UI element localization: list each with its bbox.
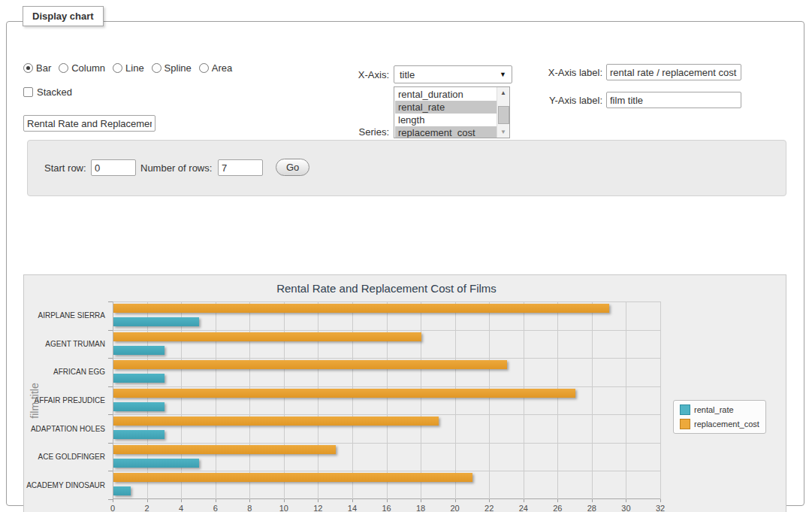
- go-button[interactable]: Go: [276, 159, 309, 176]
- scrollbar-thumb[interactable]: [498, 106, 509, 124]
- chart-type-radio-bar[interactable]: [23, 63, 33, 73]
- x-axis-label-input[interactable]: [606, 64, 741, 80]
- x-axis-tick-label: 18: [416, 504, 425, 512]
- number-of-rows-input[interactable]: [218, 159, 263, 176]
- chart-type-label: Bar: [36, 62, 51, 74]
- x-axis-tick-label: 10: [279, 504, 288, 512]
- chart-title: Rental Rate and Replacement Cost of Film…: [113, 282, 660, 295]
- gridline-vertical: [249, 301, 250, 499]
- x-axis-tick-label: 16: [382, 504, 391, 512]
- start-row-label: Start row:: [44, 162, 86, 174]
- bar-rental_rate-1[interactable]: [113, 346, 165, 355]
- gridline-vertical: [557, 301, 558, 499]
- gridline-horizontal: [113, 471, 661, 471]
- gridline-vertical: [455, 301, 456, 499]
- x-axis-tick: [352, 499, 353, 502]
- gridline-vertical: [524, 301, 524, 499]
- legend-swatch-rental_rate: [680, 404, 690, 415]
- x-axis-tick: [455, 499, 456, 502]
- x-axis-tick-label: 2: [145, 504, 149, 512]
- x-axis-tick: [489, 499, 490, 502]
- fieldset-legend-text: Display chart: [32, 11, 94, 22]
- legend-item-replacement_cost[interactable]: replacement_cost: [680, 419, 759, 429]
- x-axis-tick: [216, 499, 216, 502]
- x-axis-tick: [421, 499, 421, 502]
- x-axis-tick-label: 28: [587, 504, 596, 512]
- x-axis-tick-label: 12: [313, 504, 322, 512]
- start-row-input[interactable]: [91, 159, 136, 176]
- chart-type-area[interactable]: Area: [199, 62, 232, 74]
- x-axis-tick-label: 0: [110, 504, 115, 512]
- x-axis-label-label: X-Axis label:: [536, 67, 602, 78]
- chart-type-radio-column[interactable]: [59, 63, 68, 73]
- chart-type-radio-line[interactable]: [113, 63, 122, 73]
- x-axis-tick-label: 30: [621, 504, 630, 512]
- chart-type-column[interactable]: Column: [59, 62, 105, 74]
- x-axis-tick: [626, 499, 626, 502]
- y-axis-tick: [108, 301, 113, 302]
- scroll-down-icon[interactable]: ▼: [497, 126, 509, 138]
- bar-replacement_cost-3[interactable]: [113, 389, 575, 398]
- series-option-length[interactable]: length: [395, 114, 497, 126]
- series-select-label: Series:: [324, 126, 389, 138]
- chart-type-label: Area: [212, 62, 232, 74]
- bar-rental_rate-2[interactable]: [113, 374, 165, 383]
- y-axis-title: film title: [28, 301, 41, 499]
- series-scrollbar[interactable]: ▲ ▼: [497, 87, 509, 138]
- chart-type-spline[interactable]: Spline: [152, 62, 192, 74]
- gridline-vertical: [216, 301, 216, 499]
- legend-label: replacement_cost: [694, 420, 759, 429]
- bar-replacement_cost-2[interactable]: [113, 360, 507, 369]
- fieldset-legend: Display chart: [23, 6, 104, 26]
- x-axis-select[interactable]: title ▼: [394, 65, 512, 83]
- bar-replacement_cost-6[interactable]: [113, 473, 472, 482]
- x-axis-tick-label: 14: [348, 504, 357, 512]
- series-option-rental_rate[interactable]: rental_rate: [395, 101, 497, 114]
- series-options: rental_durationrental_ratelengthreplacem…: [395, 88, 497, 138]
- x-axis-tick: [592, 499, 593, 502]
- y-axis-tick: [108, 443, 113, 444]
- gridline-vertical: [626, 301, 626, 499]
- gridline-vertical: [318, 301, 318, 499]
- scroll-up-icon[interactable]: ▲: [497, 87, 509, 98]
- stacked-checkbox-row[interactable]: Stacked: [23, 86, 72, 98]
- gridline-horizontal: [113, 301, 661, 302]
- gridline-vertical: [147, 301, 148, 499]
- x-axis-tick: [524, 499, 524, 502]
- chart-type-bar[interactable]: Bar: [23, 62, 51, 74]
- stacked-label: Stacked: [37, 86, 72, 98]
- chart-type-radio-spline[interactable]: [152, 63, 161, 73]
- chart-legend: rental_ratereplacement_cost: [673, 400, 766, 434]
- x-axis-tick: [249, 499, 250, 502]
- x-axis-tick-label: 24: [519, 504, 528, 512]
- chart-title-input[interactable]: [23, 115, 155, 132]
- bar-rental_rate-0[interactable]: [113, 317, 199, 326]
- series-multiselect[interactable]: rental_durationrental_ratelengthreplacem…: [394, 86, 510, 138]
- bar-rental_rate-3[interactable]: [113, 402, 165, 411]
- x-axis-tick-label: 6: [213, 504, 218, 512]
- plot-area: [113, 301, 660, 499]
- x-axis-tick-label: 26: [553, 504, 562, 512]
- bar-rental_rate-5[interactable]: [113, 459, 199, 468]
- bar-replacement_cost-1[interactable]: [113, 332, 421, 341]
- chart-type-radio-area[interactable]: [199, 63, 209, 73]
- y-axis-label-input[interactable]: [606, 92, 741, 108]
- y-axis-tick: [108, 499, 113, 500]
- series-option-replacement_cost[interactable]: replacement_cost: [395, 126, 497, 138]
- gridline-vertical: [421, 301, 421, 499]
- chart-type-line[interactable]: Line: [113, 62, 144, 74]
- x-axis-tick-label: 22: [484, 504, 494, 512]
- bar-rental_rate-6[interactable]: [113, 486, 131, 495]
- bar-replacement_cost-5[interactable]: [113, 445, 336, 454]
- chart-type-label: Line: [125, 62, 144, 74]
- series-option-rental_duration[interactable]: rental_duration: [395, 88, 497, 101]
- bar-replacement_cost-0[interactable]: [113, 304, 609, 313]
- legend-item-rental_rate[interactable]: rental_rate: [680, 404, 759, 415]
- gridline-horizontal: [113, 386, 661, 387]
- chart-container: Rental Rate and Replacement Cost of Film…: [23, 274, 786, 512]
- bar-replacement_cost-4[interactable]: [113, 417, 439, 426]
- bar-rental_rate-4[interactable]: [113, 430, 165, 439]
- x-axis-selected-value: title: [400, 69, 415, 80]
- stacked-checkbox[interactable]: [23, 87, 33, 97]
- gridline-vertical: [181, 301, 182, 499]
